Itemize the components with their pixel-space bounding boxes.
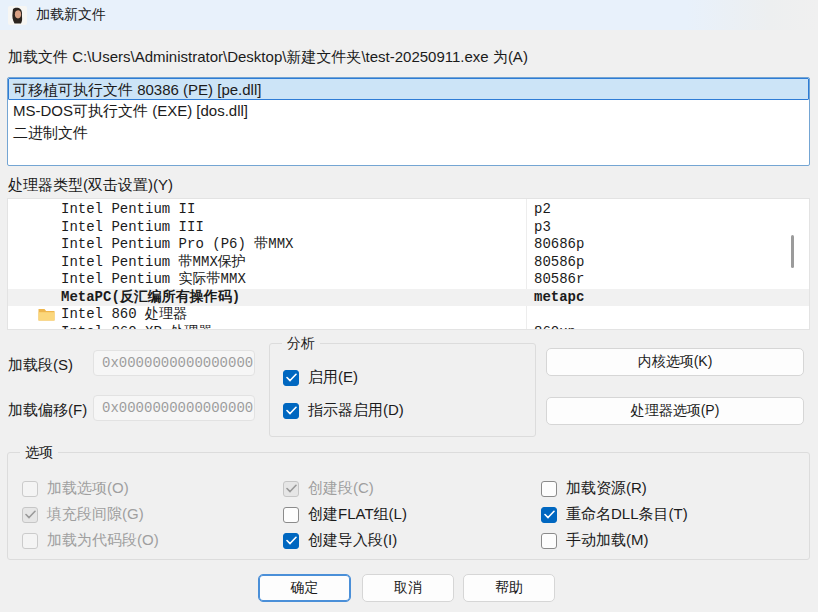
load-offset-label: 加载偏移(F) <box>8 401 87 420</box>
checkbox[interactable] <box>283 533 299 549</box>
checkbox[interactable] <box>22 481 38 497</box>
folder-icon <box>38 308 55 321</box>
processor-row[interactable]: Intel Pentium II p2 <box>8 201 809 219</box>
processor-name: Intel Pentium 实际带MMX <box>61 271 246 287</box>
processor-id <box>526 306 809 324</box>
processor-type-label: 处理器类型(双击设置)(Y) <box>8 176 173 195</box>
processor-row[interactable]: MetaPC(反汇编所有操作码) metapc <box>8 289 809 307</box>
processor-row[interactable]: Intel Pentium 实际带MMX 80586r <box>8 271 809 289</box>
help-button[interactable]: 帮助 <box>463 574 555 602</box>
processor-id: p3 <box>526 219 809 237</box>
processor-name: Intel Pentium II <box>61 201 195 217</box>
checkbox-label: 手动加载(M) <box>566 531 649 550</box>
checkbox-label: 重命名DLL条目(T) <box>566 505 688 524</box>
checkbox[interactable] <box>541 533 557 549</box>
checkbox-label: 指示器启用(D) <box>308 401 404 420</box>
options-groupbox: 选项 加载选项(O) 填充段间隙(G) 加载为代码段(O) 创建段(C) <box>7 452 810 560</box>
processor-row[interactable]: Intel Pentium 带MMX保护 80586p <box>8 254 809 272</box>
checkbox[interactable] <box>541 507 557 523</box>
analysis-groupbox: 分析 启用(E) 指示器启用(D) <box>269 343 536 437</box>
processor-id: 860xp <box>526 324 809 331</box>
processor-row[interactable]: Intel Pentium III p3 <box>8 219 809 237</box>
options-group-title: 选项 <box>20 444 58 462</box>
check-icon <box>286 536 297 545</box>
checkbox-label: 加载为代码段(O) <box>47 531 159 550</box>
check-icon <box>544 510 555 519</box>
checkbox-row[interactable]: 加载资源(R) <box>541 479 647 498</box>
checkbox-label: 加载资源(R) <box>566 479 647 498</box>
check-icon <box>25 510 36 519</box>
processor-listbox[interactable]: Intel Pentium II p2 Intel Pentium III p3… <box>7 198 810 330</box>
processor-row[interactable]: Intel 860 XP 处理器 860xp <box>8 324 809 331</box>
checkbox-label: 启用(E) <box>308 368 358 387</box>
ida-app-icon <box>8 6 27 25</box>
processor-id: 80586r <box>526 271 809 289</box>
checkbox-label: 创建导入段(I) <box>308 531 397 550</box>
processor-name: Intel 860 XP 处理器 <box>61 324 212 331</box>
processor-name: Intel Pentium III <box>61 219 204 235</box>
checkbox-row[interactable]: 启用(E) <box>283 368 358 387</box>
cancel-button[interactable]: 取消 <box>362 574 454 602</box>
check-icon <box>286 484 297 493</box>
processor-name: Intel 860 处理器 <box>61 306 187 322</box>
checkbox-row[interactable]: 创建导入段(I) <box>283 531 397 550</box>
checkbox-row[interactable]: 手动加载(M) <box>541 531 649 550</box>
processor-name: Intel Pentium Pro (P6) 带MMX <box>61 236 293 252</box>
processor-name: Intel Pentium 带MMX保护 <box>61 254 246 270</box>
checkbox-row[interactable]: 加载选项(O) <box>22 479 129 498</box>
checkbox[interactable] <box>283 481 299 497</box>
processor-id: 80686p <box>526 236 809 254</box>
checkbox[interactable] <box>22 507 38 523</box>
checkbox-row[interactable]: 重命名DLL条目(T) <box>541 505 688 524</box>
checkbox-label: 创建FLAT组(L) <box>308 505 407 524</box>
checkbox[interactable] <box>541 481 557 497</box>
format-list-item[interactable]: MS-DOS可执行文件 (EXE) [dos.dll] <box>8 100 809 122</box>
checkbox[interactable] <box>22 533 38 549</box>
processor-rows: Intel Pentium II p2 Intel Pentium III p3… <box>8 199 809 330</box>
file-path-label: 加载文件 C:\Users\Administrator\Desktop\新建文件… <box>8 48 528 67</box>
checkbox-label: 创建段(C) <box>308 479 374 498</box>
kernel-options-button[interactable]: 内核选项(K) <box>546 348 804 376</box>
processor-row[interactable]: Intel 860 处理器 <box>8 306 809 324</box>
checkbox[interactable] <box>283 370 299 386</box>
checkbox[interactable] <box>283 403 299 419</box>
checkbox-row[interactable]: 创建FLAT组(L) <box>283 505 407 524</box>
checkbox-row[interactable]: 填充段间隙(G) <box>22 505 144 524</box>
check-icon <box>286 373 297 382</box>
checkbox-row[interactable]: 加载为代码段(O) <box>22 531 159 550</box>
processor-scrollbar-thumb[interactable] <box>791 235 794 268</box>
load-segment-label: 加载段(S) <box>8 356 73 375</box>
load-segment-input[interactable]: 0x0000000000000000 <box>93 350 255 376</box>
ok-button[interactable]: 确定 <box>258 574 351 602</box>
checkbox-label: 加载选项(O) <box>47 479 129 498</box>
processor-id: p2 <box>526 201 809 219</box>
checkbox-row[interactable]: 创建段(C) <box>283 479 374 498</box>
processor-options-button[interactable]: 处理器选项(P) <box>546 397 804 425</box>
processor-id: 80586p <box>526 254 809 272</box>
format-list-item[interactable]: 二进制文件 <box>8 122 809 144</box>
processor-id: metapc <box>526 289 809 307</box>
processor-name: MetaPC(反汇编所有操作码) <box>61 289 240 305</box>
check-icon <box>286 406 297 415</box>
checkbox-row[interactable]: 指示器启用(D) <box>283 401 404 420</box>
checkbox-label: 填充段间隙(G) <box>47 505 144 524</box>
format-listbox[interactable]: 可移植可执行文件 80386 (PE) [pe.dll]MS-DOS可执行文件 … <box>7 77 810 166</box>
format-list-item[interactable]: 可移植可执行文件 80386 (PE) [pe.dll] <box>8 78 809 100</box>
titlebar: 加载新文件 <box>0 0 818 30</box>
checkbox[interactable] <box>283 507 299 523</box>
processor-row[interactable]: Intel Pentium Pro (P6) 带MMX 80686p <box>8 236 809 254</box>
analysis-group-title: 分析 <box>282 335 320 353</box>
window-title: 加载新文件 <box>36 6 106 24</box>
load-offset-input[interactable]: 0x0000000000000000 <box>93 395 255 421</box>
